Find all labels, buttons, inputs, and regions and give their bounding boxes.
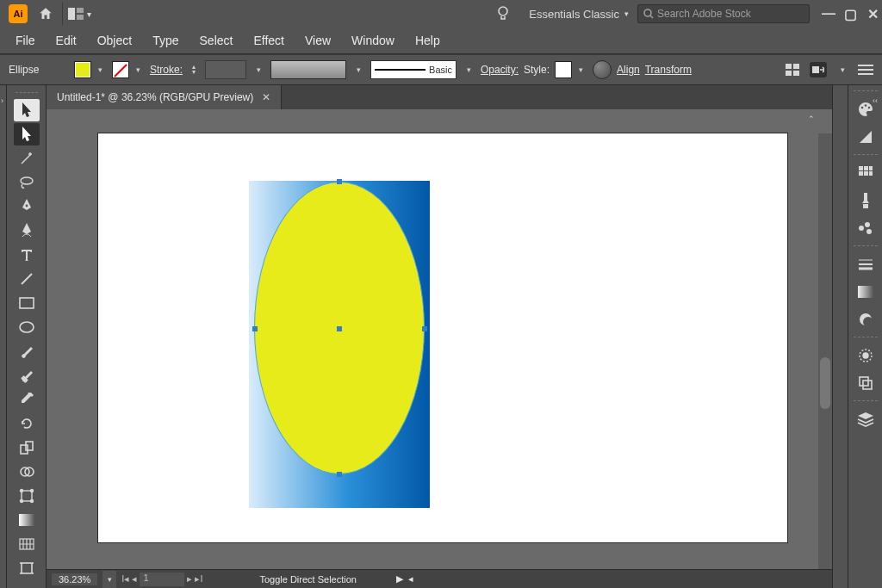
free-transform-tool[interactable] xyxy=(14,485,40,507)
shape-builder-tool[interactable] xyxy=(14,461,40,483)
transparency-panel-button[interactable] xyxy=(854,307,878,331)
artboard-tool[interactable] xyxy=(14,557,40,579)
last-artboard-button[interactable]: ▸I xyxy=(195,573,202,585)
stroke-weight-stepper[interactable]: ▴▾ xyxy=(188,65,200,75)
expand-left-icon[interactable]: › xyxy=(1,96,3,105)
search-input[interactable]: Search Adobe Stock xyxy=(637,4,810,23)
line-segment-tool[interactable] xyxy=(14,268,40,290)
app-logo: Ai xyxy=(9,4,28,23)
direct-selection-tool[interactable] xyxy=(14,123,40,145)
brushes-panel-button[interactable] xyxy=(854,189,878,213)
scrollbar-thumb[interactable] xyxy=(820,357,830,409)
stroke-weight-field[interactable] xyxy=(205,60,246,79)
panel-drag-handle[interactable] xyxy=(16,92,38,97)
graphic-styles-panel-button[interactable] xyxy=(854,371,878,395)
chevron-down-icon[interactable]: ▾ xyxy=(93,61,107,78)
stroke-label[interactable]: Stroke: xyxy=(150,64,183,76)
first-artboard-button[interactable]: I◂ xyxy=(121,573,129,585)
color-guide-panel-button[interactable] xyxy=(854,125,878,149)
stroke-swatch[interactable]: ▾ xyxy=(112,61,145,78)
rotate-tool[interactable] xyxy=(14,412,40,435)
pen-tool[interactable] xyxy=(14,195,40,218)
layers-panel-button[interactable] xyxy=(854,407,878,431)
paintbrush-tool[interactable] xyxy=(14,340,40,362)
panel-drag-handle[interactable] xyxy=(854,245,878,249)
curvature-tool[interactable] xyxy=(14,220,40,242)
scale-tool[interactable] xyxy=(14,436,40,459)
panel-drag-handle[interactable] xyxy=(854,400,878,404)
type-tool[interactable] xyxy=(14,244,40,266)
svg-rect-42 xyxy=(858,286,873,298)
menu-select[interactable]: Select xyxy=(191,30,242,51)
recolor-artwork-button[interactable] xyxy=(593,60,612,79)
close-tab-button[interactable]: ✕ xyxy=(262,91,270,103)
symbols-panel-button[interactable] xyxy=(854,216,878,240)
h-scroll-left[interactable]: ◂ xyxy=(408,573,413,585)
ellipse-tool[interactable] xyxy=(14,316,40,338)
blob-brush-tool[interactable] xyxy=(14,364,40,387)
gradient-panel-button[interactable] xyxy=(854,280,878,304)
close-button[interactable]: ✕ xyxy=(866,6,879,22)
anchor-handle-right[interactable] xyxy=(422,326,427,331)
workspace-switcher[interactable]: Essentials Classic ▾ xyxy=(520,8,637,21)
anchor-handle-top[interactable] xyxy=(337,179,342,184)
appearance-panel-button[interactable] xyxy=(854,344,878,368)
anchor-handle-left[interactable] xyxy=(252,326,258,331)
chevron-down-icon[interactable]: ▾ xyxy=(131,61,145,78)
zoom-level[interactable]: 36.23% xyxy=(52,573,97,585)
artboard[interactable] xyxy=(98,133,787,542)
mesh-tool[interactable] xyxy=(14,533,40,555)
anchor-handle-center[interactable] xyxy=(337,326,342,331)
artboard-index-field[interactable]: 1 xyxy=(140,573,184,586)
status-flyout-button[interactable]: ▶ xyxy=(396,573,403,585)
next-artboard-button[interactable]: ▸ xyxy=(187,573,192,585)
brush-definition[interactable]: Basic xyxy=(370,60,457,79)
arrange-documents-button[interactable]: ▾ xyxy=(66,1,92,27)
stroke-panel-button[interactable] xyxy=(854,252,878,276)
fill-swatch[interactable]: ▾ xyxy=(74,61,107,78)
prev-artboard-button[interactable]: ◂ xyxy=(132,573,137,585)
maximize-button[interactable]: ▢ xyxy=(844,6,856,22)
brush-dropdown[interactable]: ▾ xyxy=(462,61,475,78)
gradient-tool[interactable] xyxy=(14,509,40,531)
collapse-chevron-icon[interactable]: ⌃ xyxy=(808,115,815,123)
transform-label[interactable]: Transform xyxy=(645,64,692,76)
selection-tool[interactable] xyxy=(14,99,40,121)
eyedropper-tool[interactable] xyxy=(14,388,40,411)
profile-dropdown[interactable]: ▾ xyxy=(351,61,365,78)
lasso-tool[interactable] xyxy=(14,171,40,194)
control-bar-menu-icon[interactable] xyxy=(858,65,873,75)
menu-edit[interactable]: Edit xyxy=(47,30,85,51)
minimize-button[interactable]: — xyxy=(822,6,834,22)
menu-object[interactable]: Object xyxy=(89,30,140,51)
panel-drag-handle[interactable] xyxy=(854,90,878,94)
vertical-scrollbar[interactable] xyxy=(818,133,832,569)
menu-window[interactable]: Window xyxy=(343,30,403,51)
panel-drag-handle[interactable] xyxy=(854,154,878,158)
edit-similar-button[interactable] xyxy=(810,62,827,77)
menu-file[interactable]: File xyxy=(7,30,44,51)
menu-view[interactable]: View xyxy=(296,30,339,51)
similar-dropdown[interactable]: ▾ xyxy=(835,61,849,78)
magic-wand-tool[interactable] xyxy=(14,147,40,170)
variable-width-profile[interactable] xyxy=(270,60,346,79)
graphic-style-swatch[interactable]: ▾ xyxy=(555,61,587,78)
isolate-button[interactable] xyxy=(784,62,801,77)
anchor-handle-bottom[interactable] xyxy=(337,472,342,477)
menu-help[interactable]: Help xyxy=(407,30,449,51)
panel-drag-handle[interactable] xyxy=(854,337,878,340)
menu-effect[interactable]: Effect xyxy=(245,30,293,51)
expand-right-icon[interactable]: ‹‹ xyxy=(873,96,878,105)
stroke-weight-dropdown[interactable]: ▾ xyxy=(252,61,265,78)
document-tab[interactable]: Untitled-1* @ 36.23% (RGB/GPU Preview) ✕ xyxy=(47,85,282,109)
menu-type[interactable]: Type xyxy=(144,30,187,51)
home-button[interactable] xyxy=(33,1,59,27)
align-label[interactable]: Align xyxy=(617,64,640,76)
canvas[interactable]: ⌃ xyxy=(47,109,832,569)
opacity-label[interactable]: Opacity: xyxy=(481,64,519,76)
rectangle-tool[interactable] xyxy=(14,292,40,314)
chevron-down-icon[interactable]: ▾ xyxy=(574,61,587,78)
learn-button[interactable] xyxy=(496,5,520,22)
swatches-panel-button[interactable] xyxy=(854,161,878,185)
zoom-dropdown[interactable]: ▾ xyxy=(102,571,116,588)
